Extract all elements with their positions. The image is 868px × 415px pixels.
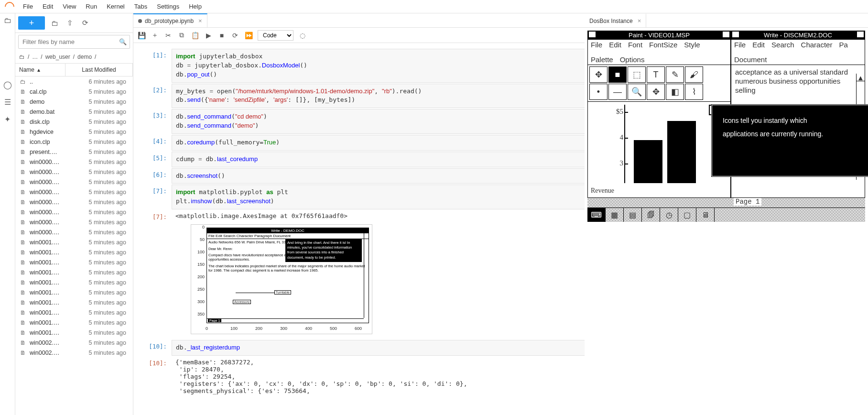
- paste-icon[interactable]: 📋: [191, 32, 199, 39]
- file-row[interactable]: 🗎win0001.…5 minutes ago: [15, 237, 133, 247]
- spray-icon[interactable]: ⌇: [685, 84, 703, 100]
- select-icon[interactable]: ⬚: [628, 66, 646, 83]
- run-icon[interactable]: ▶: [204, 32, 213, 39]
- paint-tools[interactable]: ✥ ■ ⬚ T ✎ 🖌 • ― 🔍 ✥ ◧ ⌇: [588, 65, 730, 102]
- refresh-icon[interactable]: ⟳: [79, 19, 91, 27]
- file-row[interactable]: 🗎win0000.…5 minutes ago: [15, 157, 133, 167]
- file-row[interactable]: 🗎icon.clp5 minutes ago: [15, 137, 133, 147]
- hand-icon[interactable]: ✥: [647, 84, 665, 100]
- menu-options[interactable]: Options: [620, 55, 645, 64]
- menu-tabs[interactable]: Tabs: [130, 1, 152, 12]
- pencil-icon[interactable]: ✎: [666, 66, 684, 83]
- new-folder-icon[interactable]: 🗀: [49, 19, 60, 27]
- file-row[interactable]: 🗎win0000.…5 minutes ago: [15, 167, 133, 177]
- file-row[interactable]: 🗎win0001.…5 minutes ago: [15, 277, 133, 287]
- file-row[interactable]: 🗎hgdevice5 minutes ago: [15, 127, 133, 137]
- menu-font[interactable]: Font: [628, 41, 642, 49]
- taskbar-icon[interactable]: ⌨: [587, 208, 606, 222]
- file-row[interactable]: 🗎win0000.…5 minutes ago: [15, 177, 133, 187]
- file-row[interactable]: 🗎win0001.…5 minutes ago: [15, 328, 133, 338]
- write-menu[interactable]: FileEditSearchCharacterPaDocument: [731, 40, 865, 65]
- menu-run[interactable]: Run: [81, 1, 102, 12]
- taskbar-icon[interactable]: ▦: [606, 208, 624, 222]
- menu-file[interactable]: File: [591, 41, 602, 49]
- brush-icon[interactable]: 🖌: [685, 66, 703, 83]
- col-modified[interactable]: Last Modified: [65, 64, 133, 76]
- close-tab-icon[interactable]: ×: [638, 17, 641, 24]
- menu-help[interactable]: Help: [184, 1, 206, 12]
- menu-document[interactable]: Document: [734, 55, 767, 64]
- close-tab-icon[interactable]: ×: [198, 17, 202, 24]
- file-row[interactable]: 🗎win0001.…5 minutes ago: [15, 307, 133, 317]
- file-filter-input[interactable]: [22, 36, 119, 47]
- menu-file[interactable]: File: [18, 1, 38, 12]
- file-row[interactable]: 🗎win0001.…5 minutes ago: [15, 247, 133, 257]
- menu-character[interactable]: Character: [801, 41, 833, 49]
- dosbox-screen[interactable]: Paint - VIDEO01.MSP FileEditFontFontSize…: [587, 31, 865, 222]
- menu-edit[interactable]: Edit: [38, 1, 58, 12]
- file-list[interactable]: 🗀 .. 6 minutes ago 🗎cal.clp5 minutes ago…: [15, 76, 133, 415]
- paint-window[interactable]: Paint - VIDEO01.MSP FileEditFontFontSize…: [587, 31, 731, 198]
- taskbar[interactable]: ⌨▦▤🗐◷▢🖥: [587, 208, 865, 222]
- file-row[interactable]: 🗎win0000.…5 minutes ago: [15, 207, 133, 217]
- text-icon[interactable]: T: [647, 66, 665, 83]
- file-filter[interactable]: 🔍: [18, 35, 130, 49]
- file-row[interactable]: 🗎disk.clp5 minutes ago: [15, 117, 133, 127]
- extensions-icon[interactable]: ✦: [3, 115, 12, 123]
- save-icon[interactable]: 💾: [137, 32, 146, 39]
- menu-search[interactable]: Search: [771, 41, 794, 49]
- paint-menu[interactable]: FileEditFontFontSizeStylePaletteOptions: [588, 40, 730, 65]
- parent-dir[interactable]: 🗀 .. 6 minutes ago: [15, 76, 133, 87]
- file-row[interactable]: 🗎win0001.…5 minutes ago: [15, 317, 133, 328]
- running-icon[interactable]: ◯: [3, 80, 12, 89]
- line-icon[interactable]: ―: [608, 84, 627, 100]
- new-launcher-button[interactable]: +: [18, 16, 45, 30]
- dot-icon[interactable]: •: [589, 84, 608, 100]
- menu-pa[interactable]: Pa: [839, 41, 847, 49]
- taskbar-icon[interactable]: 🗐: [642, 208, 660, 222]
- menu-edit[interactable]: Edit: [752, 41, 765, 49]
- file-row[interactable]: 🗎win0000.…5 minutes ago: [15, 217, 133, 227]
- upload-icon[interactable]: ⇧: [64, 19, 76, 27]
- taskbar-icon[interactable]: ▢: [678, 208, 696, 222]
- fill-icon[interactable]: ■: [608, 66, 627, 83]
- file-row[interactable]: 🗎cal.clp5 minutes ago: [15, 87, 133, 97]
- taskbar-icon[interactable]: ▤: [624, 208, 642, 222]
- tab-notebook[interactable]: db_prototype.ipynb ×: [133, 13, 207, 27]
- stop-icon[interactable]: ■: [217, 32, 226, 39]
- run-all-icon[interactable]: ⏩: [244, 32, 253, 39]
- menu-settings[interactable]: Settings: [152, 1, 184, 12]
- file-row[interactable]: 🗎win0001.…5 minutes ago: [15, 287, 133, 297]
- col-name[interactable]: Name▴: [15, 64, 65, 76]
- file-row[interactable]: 🗎win0000.…5 minutes ago: [15, 197, 133, 207]
- file-row[interactable]: 🗎win0002.…5 minutes ago: [15, 338, 133, 348]
- breadcrumb[interactable]: 🗀 /… /web_user /demo/: [15, 51, 133, 64]
- copy-icon[interactable]: ⧉: [177, 31, 186, 39]
- restart-icon[interactable]: ⟳: [231, 32, 239, 39]
- menu-style[interactable]: Style: [684, 41, 700, 49]
- menu-file[interactable]: File: [734, 41, 746, 49]
- add-cell-icon[interactable]: ＋: [151, 31, 159, 40]
- eraser-icon[interactable]: ◧: [666, 84, 684, 100]
- menu-kernel[interactable]: Kernel: [102, 1, 130, 12]
- menu-edit[interactable]: Edit: [609, 41, 621, 49]
- folder-icon[interactable]: 🗀: [3, 16, 12, 25]
- menu-view[interactable]: View: [58, 1, 81, 12]
- tab-dosbox[interactable]: DosBox Instance ×: [585, 13, 646, 27]
- file-row[interactable]: 🗎win0001.…5 minutes ago: [15, 267, 133, 277]
- file-row[interactable]: 🗎win0000.…5 minutes ago: [15, 227, 133, 237]
- file-row[interactable]: 🗎win0000.…5 minutes ago: [15, 187, 133, 197]
- taskbar-icon[interactable]: 🖥: [696, 208, 715, 222]
- celltype-select[interactable]: Code: [258, 30, 293, 41]
- cut-icon[interactable]: ✂: [164, 32, 173, 39]
- file-row[interactable]: 🗎demo5 minutes ago: [15, 97, 133, 107]
- file-row[interactable]: 🗎demo.bat5 minutes ago: [15, 107, 133, 117]
- move-icon[interactable]: ✥: [589, 66, 608, 83]
- file-row[interactable]: 🗎win0002.…5 minutes ago: [15, 348, 133, 358]
- menu-fontsize[interactable]: FontSize: [649, 41, 677, 49]
- file-row[interactable]: 🗎win0001.…5 minutes ago: [15, 297, 133, 307]
- file-row[interactable]: 🗎present.…5 minutes ago: [15, 147, 133, 157]
- taskbar-icon[interactable]: ◷: [660, 208, 678, 222]
- file-row[interactable]: 🗎win0001.…5 minutes ago: [15, 257, 133, 267]
- zoom-icon[interactable]: 🔍: [628, 84, 646, 100]
